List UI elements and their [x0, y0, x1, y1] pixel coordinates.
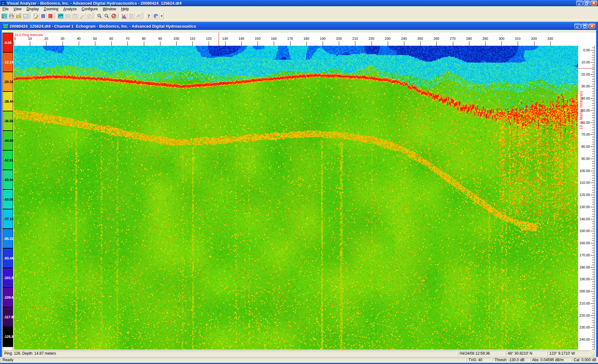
child-minimize-button[interactable]	[574, 24, 581, 29]
ping-tick	[127, 41, 128, 46]
meter-tick	[591, 50, 594, 50]
meter-tick	[592, 313, 594, 313]
main-titlebar: Visual Analyzer - BioSonics, Inc. - Adva…	[0, 0, 598, 6]
surface-view-button	[64, 12, 71, 19]
ping-tick-label: 240	[398, 37, 410, 40]
meter-tick	[592, 108, 594, 108]
meter-tick	[592, 233, 594, 234]
window-view-icon	[72, 13, 78, 19]
print-button[interactable]	[8, 12, 15, 19]
meter-tick	[592, 152, 594, 152]
playback-button[interactable]	[152, 12, 159, 19]
zoom-in-button[interactable]	[96, 12, 103, 19]
ping-tick-label: 310	[511, 37, 524, 40]
latitude-text: 48° 30.8210' N	[508, 351, 532, 356]
ping-tick	[46, 41, 46, 46]
ping-tick-label: 0	[14, 37, 20, 40]
ping-depth-text: Ping: 126, Depth: 14.87 meters	[4, 351, 56, 356]
ping-tick-label: 250	[414, 37, 426, 40]
meter-tick	[591, 279, 594, 279]
meter-tick-label: 80.00	[578, 145, 590, 148]
meter-tick-label: 180.00	[578, 265, 590, 269]
ping-tick-label: 10	[24, 37, 36, 40]
toolbar: ?	[0, 12, 598, 20]
ping-tick-label: 110	[186, 37, 199, 40]
ping-ruler[interactable]: 10.0 Ping Intervals 01020304050607080901…	[14, 33, 578, 46]
ping-tick	[420, 41, 420, 46]
ping-tick-label: 260	[430, 37, 443, 40]
meter-tick	[592, 248, 594, 248]
meter-tick	[592, 175, 594, 176]
menu-display[interactable]: Display	[24, 6, 41, 12]
ping-tick-label: 100	[170, 37, 183, 40]
meter-tick	[591, 62, 594, 63]
meter-tick	[591, 86, 594, 86]
meter-tick	[592, 347, 594, 347]
edit-annotations-button[interactable]	[32, 12, 40, 19]
meter-tick	[592, 212, 594, 212]
menu-configure[interactable]: Configure	[79, 6, 100, 12]
menu-view[interactable]: View	[11, 6, 24, 12]
zoom-in-icon	[97, 13, 102, 19]
help-button[interactable]: ?	[145, 12, 152, 19]
child-restore-button[interactable]	[581, 24, 588, 29]
meter-tick	[592, 190, 594, 190]
zoom-cancel-button[interactable]	[110, 12, 117, 19]
longitude-panel: 123° 9.1710' W	[548, 351, 590, 356]
surface-view-icon	[65, 13, 70, 19]
meter-ruler[interactable]: 10.0 Meter Intervals 0.0010.0020.0030.00…	[578, 33, 596, 350]
color-scale-block: -69.06	[3, 190, 13, 209]
ping-tick-label: 230	[382, 37, 394, 40]
menu-help[interactable]: Help	[119, 6, 131, 12]
restore-button[interactable]	[583, 1, 590, 6]
copy-image-icon	[23, 13, 28, 19]
meter-tick-label: 140.00	[578, 217, 590, 221]
new-echogram-button[interactable]	[1, 12, 8, 19]
color-scale-button[interactable]	[47, 12, 54, 19]
meter-tick	[592, 168, 594, 169]
grid-button[interactable]	[40, 12, 47, 19]
bar-chart-button[interactable]	[121, 12, 128, 19]
meter-tick	[592, 118, 594, 118]
echogram-document-icon	[3, 24, 8, 29]
meter-tick	[592, 89, 594, 89]
close-button[interactable]	[591, 1, 597, 6]
ping-tick	[144, 41, 144, 46]
meter-tick	[592, 332, 594, 333]
open-file-button[interactable]	[15, 12, 22, 19]
ping-tick-label: 130	[219, 37, 231, 40]
resize-grip[interactable]	[591, 351, 596, 356]
meter-tick	[591, 267, 594, 268]
export-button	[135, 12, 142, 19]
minimize-button[interactable]	[576, 1, 583, 6]
playback-dropdown-button[interactable]	[159, 12, 164, 19]
ping-tick-label: 20	[40, 37, 52, 40]
ping-tick-label: 30	[56, 37, 69, 40]
meter-tick	[591, 98, 594, 99]
meter-tick	[592, 308, 594, 308]
toolbar-separator	[143, 13, 144, 19]
menu-file[interactable]: File	[0, 6, 11, 12]
meter-tick	[592, 245, 594, 246]
echogram-canvas[interactable]	[14, 46, 578, 350]
ping-tick-label: 50	[89, 37, 101, 40]
menu-window[interactable]: Window	[100, 6, 119, 12]
erase-icon	[87, 13, 92, 19]
menu-zooming[interactable]: Zooming	[41, 6, 61, 12]
meter-tick	[592, 337, 594, 337]
color-scale-block: -4.06	[3, 33, 13, 53]
meter-tick	[592, 163, 594, 164]
color-scale-icon	[48, 13, 53, 19]
meter-tick	[592, 127, 594, 128]
copy-image-button[interactable]	[22, 12, 29, 19]
child-close-button[interactable]	[589, 24, 595, 29]
color-scale-block: -77.19	[3, 209, 13, 229]
echogram-view-button[interactable]	[57, 12, 64, 19]
ping-tick	[355, 41, 355, 46]
meter-tick	[592, 217, 594, 217]
meter-tick	[592, 301, 594, 301]
zoom-out-button[interactable]	[103, 12, 110, 19]
thresh-panel: Thresh: -130.0 dB	[493, 358, 529, 362]
menu-analyze[interactable]: Analyze	[61, 6, 79, 12]
meter-tick	[592, 209, 594, 210]
